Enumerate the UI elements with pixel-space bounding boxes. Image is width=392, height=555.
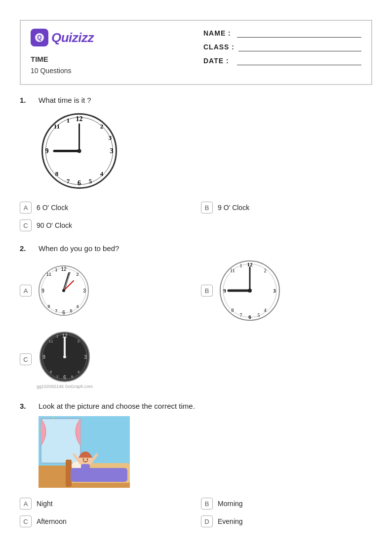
- name-line[interactable]: [237, 29, 361, 38]
- q3-option-d-letter: D: [201, 515, 213, 527]
- q2-clock-a: 12 3 6 9 2 11 4 8 1 7 5: [37, 263, 91, 318]
- date-line[interactable]: [237, 56, 361, 65]
- svg-text:11: 11: [49, 339, 53, 343]
- svg-text:5: 5: [89, 177, 92, 185]
- q3-option-b[interactable]: B Morning: [201, 498, 372, 510]
- q3-option-b-text: Morning: [218, 500, 243, 508]
- svg-point-18: [78, 149, 81, 153]
- svg-text:6: 6: [63, 375, 66, 380]
- q1-option-b-text: 9 O' Clock: [218, 204, 249, 212]
- questions-area: 1. What time is it ? 12 3 6 9 2 3 4 11 8…: [20, 95, 372, 527]
- q2-clock-b: 12 3 6 9 2 11 4 8 1 7 5: [218, 258, 282, 323]
- q1-option-a-letter: A: [20, 202, 32, 213]
- svg-text:5: 5: [71, 375, 74, 379]
- q2-option-b-letter: B: [201, 285, 213, 297]
- svg-text:6: 6: [248, 314, 251, 320]
- header-right: NAME : CLASS : DATE :: [203, 29, 361, 65]
- svg-rect-85: [81, 464, 90, 471]
- q1-number: 1.: [20, 95, 32, 104]
- q3-option-c[interactable]: C Afternoon: [20, 515, 191, 527]
- svg-text:11: 11: [230, 268, 235, 273]
- svg-text:3: 3: [83, 288, 86, 294]
- logo: Q Quizizz: [31, 29, 94, 46]
- svg-text:12: 12: [76, 115, 83, 123]
- question-1: 1. What time is it ? 12 3 6 9 2 3 4 11 8…: [20, 95, 372, 231]
- svg-text:4: 4: [264, 307, 267, 313]
- svg-point-51: [248, 289, 252, 293]
- logo-text: Quizizz: [51, 30, 94, 45]
- q1-option-c[interactable]: C 90 O' Clock: [20, 219, 191, 231]
- svg-text:2: 2: [100, 123, 104, 130]
- svg-text:2: 2: [264, 268, 267, 273]
- q1-clock-image: 12 3 6 9 2 3 4 11 8 1 7 5: [39, 110, 372, 194]
- header-left: Q Quizizz TIME 10 Questions: [31, 29, 94, 76]
- q2-option-c-letter: C: [20, 353, 32, 365]
- date-field-row: DATE :: [203, 56, 361, 65]
- question-3-header: 3. Look at the picture and choose the co…: [20, 401, 372, 410]
- svg-text:3: 3: [110, 147, 114, 155]
- class-line[interactable]: [238, 43, 361, 51]
- question-3: 3. Look at the picture and choose the co…: [20, 401, 372, 527]
- svg-text:1: 1: [55, 267, 57, 272]
- q1-clock-svg: 12 3 6 9 2 3 4 11 8 1 7 5: [39, 110, 120, 192]
- svg-text:6: 6: [78, 179, 81, 187]
- svg-text:7: 7: [67, 177, 70, 185]
- q3-option-d-text: Evening: [218, 517, 243, 525]
- question-2: 2. When do you go to bed? A 12 3 6 9 2 1…: [20, 243, 372, 389]
- svg-text:3: 3: [84, 354, 87, 360]
- q3-scene-svg: [39, 416, 130, 488]
- svg-point-87: [87, 459, 88, 460]
- svg-point-86: [83, 459, 84, 460]
- q1-options: A 6 O' Clock B 9 O' Clock C 90 O' Clock: [20, 202, 372, 231]
- date-label: DATE :: [203, 57, 233, 65]
- q2-clock-c-attribution: gg102092146 GoGraph.com: [37, 384, 93, 389]
- svg-text:11: 11: [46, 272, 51, 277]
- questions-count: 10 Questions: [31, 65, 94, 76]
- q2-option-c[interactable]: C 12 3 6 9 2 11 4 8 1 7: [20, 330, 191, 389]
- q3-options: A Night B Morning C Afternoon D Evening: [20, 498, 372, 527]
- question-2-header: 2. When do you go to bed?: [20, 243, 372, 253]
- svg-text:2: 2: [78, 339, 80, 343]
- header-meta: TIME 10 Questions: [31, 53, 94, 76]
- svg-text:6: 6: [62, 310, 65, 315]
- svg-text:3: 3: [109, 134, 112, 141]
- svg-text:1: 1: [240, 263, 242, 268]
- svg-text:8: 8: [50, 370, 52, 374]
- q1-option-b-letter: B: [201, 202, 213, 213]
- svg-text:8: 8: [232, 307, 234, 313]
- svg-text:5: 5: [258, 312, 260, 318]
- q3-option-d[interactable]: D Evening: [201, 515, 372, 527]
- svg-text:9: 9: [223, 288, 226, 294]
- q3-option-a-letter: A: [20, 498, 32, 510]
- header-box: Q Quizizz TIME 10 Questions NAME : CLASS…: [20, 20, 372, 85]
- q2-options: A 12 3 6 9 2 11 4 8 1 7 5: [20, 258, 372, 389]
- q1-option-b[interactable]: B 9 O' Clock: [201, 202, 372, 213]
- svg-text:11: 11: [54, 123, 60, 130]
- svg-text:4: 4: [100, 170, 104, 177]
- svg-text:7: 7: [240, 312, 242, 318]
- svg-text:9: 9: [41, 288, 44, 294]
- quiz-title: TIME: [31, 53, 94, 65]
- q3-option-c-letter: C: [20, 515, 32, 527]
- q1-option-a[interactable]: A 6 O' Clock: [20, 202, 191, 213]
- q2-clock-c: 12 3 6 9 2 11 4 8 1 7 5: [38, 330, 92, 384]
- svg-text:8: 8: [47, 304, 50, 309]
- q1-text: What time is it ?: [39, 95, 91, 104]
- q3-option-a-text: Night: [37, 500, 53, 508]
- q3-text: Look at the picture and choose the corre…: [39, 401, 195, 410]
- svg-text:5: 5: [70, 308, 72, 313]
- q2-option-a[interactable]: A 12 3 6 9 2 11 4 8 1 7 5: [20, 258, 191, 323]
- svg-text:7: 7: [56, 375, 59, 379]
- q3-option-a[interactable]: A Night: [20, 498, 191, 510]
- name-label: NAME :: [203, 29, 233, 37]
- svg-text:3: 3: [273, 288, 276, 294]
- svg-text:9: 9: [42, 354, 45, 360]
- svg-text:4: 4: [76, 304, 78, 309]
- q1-option-c-letter: C: [20, 219, 32, 231]
- svg-point-35: [62, 289, 65, 292]
- q3-number: 3.: [20, 401, 32, 410]
- svg-point-67: [63, 355, 66, 358]
- svg-rect-81: [71, 468, 127, 482]
- svg-text:12: 12: [247, 261, 253, 267]
- q2-option-b[interactable]: B 12 3 6 9 2 11 4 8 1 7 5: [201, 258, 372, 323]
